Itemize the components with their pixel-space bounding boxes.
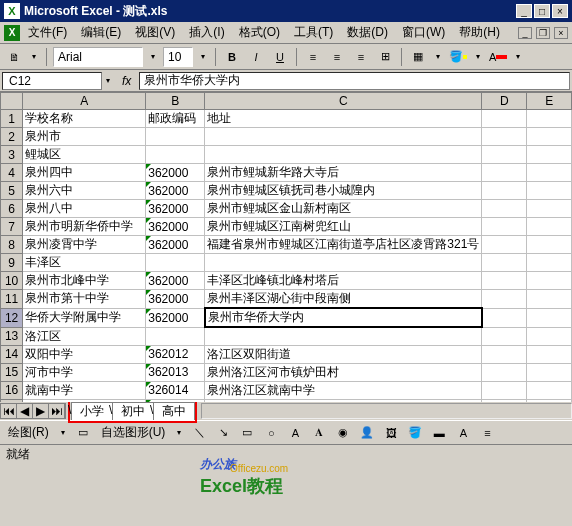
cell[interactable]: 362000	[146, 182, 205, 200]
cell[interactable]	[527, 308, 572, 327]
font-name-select[interactable]: Arial	[53, 47, 143, 67]
cell[interactable]: 泉州四中	[23, 164, 146, 182]
minimize-button[interactable]: _	[516, 4, 532, 18]
menu-tools[interactable]: 工具(T)	[288, 22, 339, 43]
col-header-B[interactable]: B	[146, 93, 205, 110]
cell[interactable]: 泉州凌霄中学	[23, 236, 146, 254]
cell[interactable]: 邮政编码	[146, 110, 205, 128]
row-header[interactable]: 13	[1, 327, 23, 345]
cell[interactable]: 泉州洛江区河市镇炉田村	[205, 363, 482, 381]
tab-last-icon[interactable]: ⏭	[49, 404, 65, 418]
picture-icon[interactable]: 🖼	[381, 423, 401, 443]
cell[interactable]	[482, 345, 527, 363]
col-header-E[interactable]: E	[527, 93, 572, 110]
tab-junior[interactable]: 初中	[112, 402, 154, 420]
cell[interactable]	[482, 327, 527, 345]
arrow-icon[interactable]: ↘	[213, 423, 233, 443]
oval-icon[interactable]: ○	[261, 423, 281, 443]
row-header[interactable]: 6	[1, 200, 23, 218]
cell[interactable]: 362000	[146, 200, 205, 218]
bold-button[interactable]: B	[222, 47, 242, 67]
align-center-button[interactable]: ≡	[327, 47, 347, 67]
cell[interactable]: 362000	[146, 164, 205, 182]
wordart-icon[interactable]: 𝐀	[309, 423, 329, 443]
cell[interactable]: 双阳中学	[23, 345, 146, 363]
cell[interactable]	[482, 308, 527, 327]
menu-window[interactable]: 窗口(W)	[396, 22, 451, 43]
font-color-icon[interactable]: A	[453, 423, 473, 443]
row-header[interactable]: 16	[1, 381, 23, 399]
cell[interactable]	[527, 110, 572, 128]
cell[interactable]	[205, 146, 482, 164]
cell[interactable]: 泉州市华侨大学内	[205, 308, 482, 327]
cell[interactable]	[527, 381, 572, 399]
cell[interactable]	[205, 254, 482, 272]
tab-nav[interactable]: ⏮ ◀ ▶ ⏭	[0, 403, 66, 419]
cell[interactable]: 362000	[146, 308, 205, 327]
cell[interactable]: 362000	[146, 236, 205, 254]
cell[interactable]: 泉州市明新华侨中学	[23, 218, 146, 236]
cell[interactable]	[527, 254, 572, 272]
cell[interactable]	[527, 272, 572, 290]
row-header[interactable]: 9	[1, 254, 23, 272]
cell[interactable]: 泉州市鲤城区金山新村南区	[205, 200, 482, 218]
line-style-icon[interactable]: ≡	[477, 423, 497, 443]
cell[interactable]	[527, 200, 572, 218]
cell[interactable]	[482, 381, 527, 399]
cell[interactable]: 泉州八中	[23, 200, 146, 218]
font-color-button[interactable]: A	[488, 47, 508, 67]
horizontal-scrollbar[interactable]	[201, 403, 572, 419]
cell[interactable]	[482, 363, 527, 381]
cell[interactable]: 362012	[146, 345, 205, 363]
doc-minimize-button[interactable]: _	[518, 27, 532, 39]
maximize-button[interactable]: □	[534, 4, 550, 18]
row-header[interactable]: 2	[1, 128, 23, 146]
close-button[interactable]: ×	[552, 4, 568, 18]
menu-data[interactable]: 数据(D)	[341, 22, 394, 43]
row-header[interactable]: 3	[1, 146, 23, 164]
cell[interactable]	[527, 146, 572, 164]
tab-first-icon[interactable]: ⏮	[1, 404, 17, 418]
merge-button[interactable]: ⊞	[375, 47, 395, 67]
row-header[interactable]: 15	[1, 363, 23, 381]
cell[interactable]: 河市中学	[23, 363, 146, 381]
cell[interactable]: 学校名称	[23, 110, 146, 128]
cell[interactable]: 泉州市鲤城新华路大寺后	[205, 164, 482, 182]
cell[interactable]: 泉州市北峰中学	[23, 272, 146, 290]
select-all-corner[interactable]	[1, 93, 23, 110]
cell[interactable]	[146, 254, 205, 272]
row-header[interactable]: 4	[1, 164, 23, 182]
cell[interactable]: 362000	[146, 290, 205, 309]
cell[interactable]: 地址	[205, 110, 482, 128]
menu-help[interactable]: 帮助(H)	[453, 22, 506, 43]
cell[interactable]: 362000	[146, 218, 205, 236]
cell[interactable]	[482, 399, 527, 402]
font-size-select[interactable]: 10	[163, 47, 193, 67]
cell[interactable]	[146, 128, 205, 146]
row-header[interactable]: 8	[1, 236, 23, 254]
tab-senior[interactable]: 高中	[153, 402, 195, 420]
cell[interactable]: 丰泽区	[23, 254, 146, 272]
cell[interactable]	[527, 182, 572, 200]
row-header[interactable]: 10	[1, 272, 23, 290]
formula-input[interactable]: 泉州市华侨大学内	[139, 72, 570, 90]
cell[interactable]	[527, 164, 572, 182]
cell[interactable]	[146, 327, 205, 345]
row-header[interactable]: 11	[1, 290, 23, 309]
italic-button[interactable]: I	[246, 47, 266, 67]
tab-elementary[interactable]: 小学	[71, 402, 113, 420]
row-header[interactable]: 14	[1, 345, 23, 363]
menu-view[interactable]: 视图(V)	[129, 22, 181, 43]
row-header[interactable]: 7	[1, 218, 23, 236]
doc-restore-button[interactable]: ❐	[536, 27, 550, 39]
autoshapes-menu[interactable]: 自选图形(U)	[97, 424, 170, 441]
clipart-icon[interactable]: 👤	[357, 423, 377, 443]
cell[interactable]: 362013	[146, 363, 205, 381]
cell[interactable]	[527, 218, 572, 236]
cell[interactable]	[482, 272, 527, 290]
worksheet-grid[interactable]: A B C D E 1学校名称邮政编码地址2泉州市3鲤城区4泉州四中362000…	[0, 92, 572, 402]
row-header[interactable]: 5	[1, 182, 23, 200]
fill-color-button[interactable]: 🪣	[448, 47, 468, 67]
fill-icon[interactable]: 🪣	[405, 423, 425, 443]
menu-format[interactable]: 格式(O)	[233, 22, 286, 43]
